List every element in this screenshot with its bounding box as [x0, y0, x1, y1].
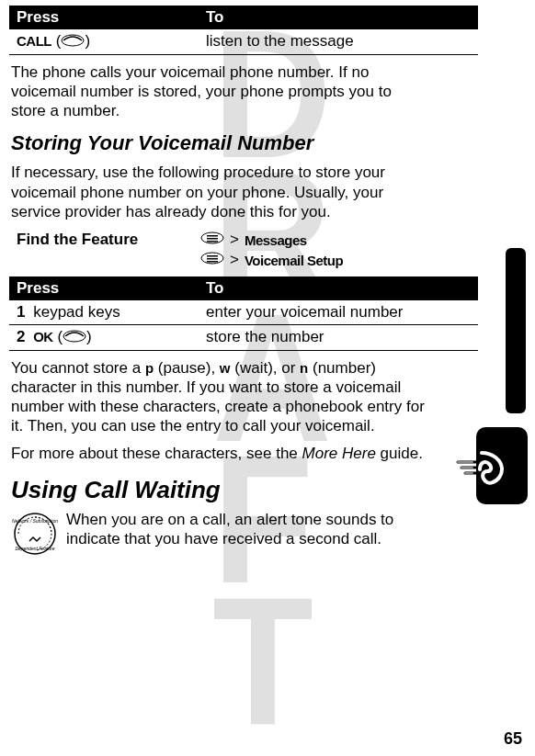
dependent-feature-block: Network / Subscription Dependent Feature… — [11, 510, 430, 561]
paragraph: If necessary, use the following procedur… — [11, 163, 430, 221]
softkey-call: CALL — [17, 33, 51, 49]
menu-messages: Messages — [245, 232, 307, 248]
side-tab — [506, 248, 526, 413]
menu-voicemail-setup: Voicemail Setup — [245, 253, 343, 268]
network-dependent-icon: Network / Subscription Dependent Feature — [11, 510, 59, 561]
svg-rect-8 — [207, 261, 218, 263]
side-tab-label: Calling Features — [522, 133, 535, 262]
menu-key-icon — [200, 231, 224, 249]
dependent-feature-text: When you are on a call, an alert tone so… — [66, 510, 430, 549]
svg-rect-4 — [207, 241, 218, 243]
heading-call-waiting: Using Call Waiting — [11, 476, 430, 504]
phone-feature-icon — [476, 427, 528, 504]
table-row: CALL () listen to the message — [9, 29, 478, 54]
paragraph: The phone calls your voicemail phone num… — [11, 62, 430, 121]
col-press: Press — [9, 276, 199, 300]
char-wait: w — [220, 360, 231, 376]
table-row: 1 keypad keys enter your voicemail numbe… — [9, 300, 478, 325]
paragraph: For more about these characters, see the… — [11, 444, 430, 463]
cell-action: listen to the message — [199, 29, 478, 54]
table-row: 2 OK () store the number — [9, 325, 478, 351]
col-to: To — [199, 6, 478, 29]
menu-key-icon — [200, 251, 224, 269]
softkey-ok: OK — [33, 329, 53, 344]
cell-action: enter your voicemail number — [199, 300, 478, 325]
page-content: Press To CALL () listen to the message T… — [0, 0, 478, 561]
heading-storing-voicemail: Storing Your Voicemail Number — [11, 131, 430, 155]
step-number: 1 — [17, 303, 28, 321]
find-the-feature: Find the Feature > Messages — [17, 231, 432, 249]
menu-gt: > — [230, 231, 239, 249]
menu-gt: > — [230, 251, 239, 269]
table-press-to-2: Press To 1 keypad keys enter your voicem… — [9, 276, 478, 351]
find-the-feature-line2: > Voicemail Setup — [17, 251, 432, 269]
find-label: Find the Feature — [17, 231, 200, 249]
svg-rect-3 — [207, 238, 218, 240]
char-pause: p — [145, 360, 154, 376]
ref-more-here: More Here — [302, 445, 376, 462]
col-to: To — [199, 276, 478, 300]
key-keypad: keypad keys — [33, 303, 120, 321]
svg-rect-7 — [207, 258, 218, 260]
softkey-right-icon — [61, 33, 85, 51]
char-number: n — [300, 360, 308, 376]
svg-text:Network / Subscription: Network / Subscription — [12, 518, 58, 524]
svg-rect-6 — [207, 255, 218, 257]
table-press-to-1: Press To CALL () listen to the message — [9, 6, 478, 55]
cell-action: store the number — [199, 325, 478, 351]
svg-rect-2 — [207, 235, 218, 237]
svg-text:Dependent Feature: Dependent Feature — [15, 546, 54, 551]
paragraph: You cannot store a p (pause), w (wait), … — [11, 358, 430, 436]
step-number: 2 — [17, 328, 28, 345]
col-press: Press — [9, 6, 199, 29]
softkey-right-icon — [63, 329, 86, 347]
page-number: 65 — [504, 729, 522, 749]
